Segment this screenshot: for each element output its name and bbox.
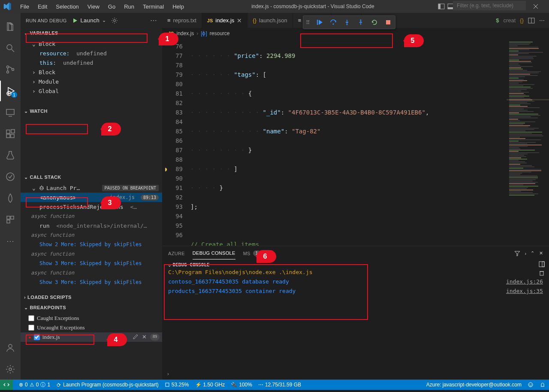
open-launch-json-button[interactable] (111, 17, 118, 24)
debug-console-header[interactable]: ⌄DEBUG CONSOLE (168, 262, 543, 268)
next-icon[interactable]: › (525, 251, 526, 256)
remote-indicator[interactable] (0, 380, 13, 390)
source-control-tab[interactable] (0, 59, 21, 80)
search-tab[interactable] (0, 38, 21, 58)
run-debug-tab[interactable]: 1 (0, 81, 21, 101)
containers-tab[interactable] (0, 209, 21, 230)
settings-button[interactable] (0, 359, 21, 380)
menu-file[interactable]: File (16, 2, 33, 12)
remove-bp-icon[interactable]: ✕ (142, 334, 147, 341)
layout-icon[interactable] (438, 3, 445, 10)
close-tab-icon[interactable]: ✕ (237, 17, 242, 24)
filter-icon[interactable] (514, 250, 520, 256)
status-launch[interactable]: Launch Program (cosmosdb-js-quickstart) (56, 382, 159, 388)
console-line: C:\Program Files\nodejs\node.exe .\index… (168, 268, 543, 277)
more-views-button[interactable]: ⋯ (0, 231, 21, 251)
scope-block[interactable]: ⌄Block (21, 39, 162, 48)
stack-frame[interactable]: processTicksAndRejections <… (21, 202, 162, 211)
json-icon[interactable]: {} (520, 17, 524, 24)
svg-point-58 (531, 384, 532, 385)
status-freq[interactable]: ⚡1.50 GHz (195, 382, 225, 388)
scope-module[interactable]: ›Module (21, 77, 162, 86)
bp-uncaught-exceptions[interactable]: Uncaught Exceptions (21, 323, 162, 332)
panel-tab-debug-console[interactable]: DEBUG CONSOLE (193, 250, 235, 259)
callstack-session[interactable]: ⌄ Launch Pr… PAUSED ON BREAKPOINT (21, 183, 162, 193)
status-memory[interactable]: ⋯12.75/31.59 GB (258, 382, 301, 388)
open-panel-icon[interactable] (539, 261, 545, 267)
svg-rect-43 (317, 20, 318, 25)
continue-button[interactable] (315, 18, 324, 27)
step-into-button[interactable] (343, 18, 351, 27)
breadcrumb[interactable]: JS index.js › [ϕ] resource (162, 28, 549, 39)
menu-run[interactable]: Run (120, 2, 138, 12)
tab-index-js[interactable]: JSindex.js✕ (202, 13, 248, 28)
launch-config-select[interactable]: Launch (81, 17, 100, 24)
menu-go[interactable]: Go (104, 2, 119, 12)
menu-terminal[interactable]: Terminal (139, 2, 168, 12)
show-more-skipped[interactable]: Show 2 More: Skipped by skipFiles (21, 240, 162, 249)
show-more-skipped[interactable]: Show 3 More: Skipped by skipFiles (21, 259, 162, 268)
stack-frame[interactable]: run <node_internals>/internal/… (21, 221, 162, 230)
breakpoints-section-header[interactable]: ⌄ BREAKPOINTS (21, 302, 162, 313)
loaded-scripts-section-header[interactable]: › LOADED SCRIPTS (21, 292, 162, 302)
svg-rect-49 (386, 20, 390, 24)
watch-section-header[interactable]: ⌄ WATCH (21, 106, 162, 116)
status-battery[interactable]: 🔌100% (231, 382, 252, 388)
more-actions-icon[interactable]: ⋯ (539, 17, 545, 24)
close-window-button[interactable] (526, 0, 546, 13)
grip-icon[interactable]: ⠿ (306, 19, 310, 26)
clear-icon[interactable] (539, 270, 545, 276)
step-out-button[interactable] (356, 18, 365, 27)
status-problems[interactable]: ⊗0⚠0ⓘ1 (19, 381, 50, 389)
status-cpu[interactable]: 53.25% (165, 382, 189, 388)
variable-row[interactable]: resource: undefined (21, 48, 162, 58)
menu-selection[interactable]: Selection (52, 2, 82, 12)
explorer-tab[interactable] (0, 16, 21, 37)
editor-body[interactable]: 76777879808182838485868788 ◗89 909192939… (162, 39, 549, 246)
step-over-button[interactable] (329, 18, 338, 27)
status-feedback[interactable] (528, 382, 534, 388)
start-debug-button[interactable] (72, 18, 78, 24)
svg-point-34 (114, 19, 116, 21)
accounts-button[interactable] (0, 338, 21, 358)
menu-edit[interactable]: Edit (34, 2, 51, 12)
status-azure[interactable]: Azure: javascript-developer@outlook.com (426, 382, 522, 388)
edit-bp-icon[interactable] (133, 334, 139, 341)
stop-button[interactable] (384, 18, 392, 27)
source-link[interactable]: index.js:35 (506, 286, 543, 296)
chevron-down-icon[interactable]: ⌄ (102, 18, 106, 23)
extensions-tab[interactable] (0, 124, 21, 144)
stack-frame[interactable]: <anonymous> index.js 89:13 (21, 193, 162, 202)
menu-view[interactable]: View (84, 2, 103, 12)
close-panel-icon[interactable]: ✕ (539, 250, 543, 256)
mongodb-tab[interactable] (0, 188, 21, 208)
chevron-up-icon[interactable]: ⌃ (531, 250, 534, 256)
more-actions-button[interactable]: ⋯ (150, 16, 157, 24)
scope-global[interactable]: ›Global (21, 86, 162, 96)
tab-repros[interactable]: ≡repros.txt (162, 13, 202, 28)
menu-help[interactable]: Help (169, 2, 188, 12)
panel-tab-azure[interactable]: AZURE (168, 251, 185, 256)
dollar-icon[interactable]: $ (496, 17, 499, 24)
remote-tab[interactable] (0, 102, 21, 123)
tab-launch-json[interactable]: {}launch.json (247, 13, 293, 28)
code-content[interactable]: · · · · · · "price": 2294.989 · · · · · … (188, 39, 506, 246)
split-editor-icon[interactable] (528, 17, 535, 24)
show-more-skipped[interactable]: Show 3 More: Skipped by skipFiles (21, 277, 162, 287)
testing-tab[interactable] (0, 145, 21, 166)
minimap[interactable] (506, 39, 549, 246)
task-tab[interactable] (0, 166, 21, 187)
restart-button[interactable] (370, 18, 379, 27)
console-input-chevron[interactable]: › (166, 371, 170, 377)
callstack-section-header[interactable]: ⌄ CALL STACK (21, 172, 162, 182)
bp-item[interactable]: ● index.js ✕ 89 (21, 332, 162, 342)
callout-3: 3 (101, 196, 121, 209)
debug-toolbar[interactable]: ⠿ (303, 15, 395, 29)
variables-section-header[interactable]: ⌄ VARIABLES (21, 28, 162, 38)
status-bell[interactable] (540, 382, 546, 388)
console-filter-input[interactable] (453, 1, 526, 10)
source-link[interactable]: index.js:26 (506, 277, 543, 286)
bp-caught-exceptions[interactable]: Caught Exceptions (21, 314, 162, 323)
scope-block[interactable]: ›Block (21, 67, 162, 77)
variable-row[interactable]: this: undefined (21, 58, 162, 67)
